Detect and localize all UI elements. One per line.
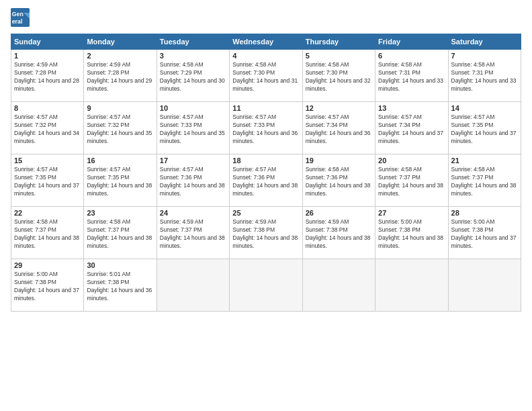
day-info: Sunrise: 4:58 AMSunset: 7:37 PMDaylight:… (14, 218, 81, 250)
day-number: 3 (160, 52, 226, 60)
day-info: Sunrise: 4:57 AMSunset: 7:34 PMDaylight:… (378, 113, 445, 146)
day-info: Sunrise: 4:59 AMSunset: 7:28 PMDaylight:… (87, 61, 153, 93)
empty-cell (157, 259, 229, 312)
header-cell-tuesday: Tuesday (157, 34, 229, 50)
day-cell-18: 18Sunrise: 4:57 AMSunset: 7:36 PMDayligh… (230, 154, 302, 207)
day-info: Sunrise: 4:57 AMSunset: 7:33 PMDaylight:… (160, 113, 226, 146)
empty-cell (230, 259, 302, 312)
day-info: Sunrise: 4:57 AMSunset: 7:35 PMDaylight:… (14, 166, 81, 198)
day-number: 4 (232, 52, 299, 60)
day-number: 19 (306, 156, 372, 165)
day-info: Sunrise: 5:00 AMSunset: 7:38 PMDaylight:… (14, 271, 81, 303)
day-number: 11 (232, 104, 299, 112)
day-cell-2: 2Sunrise: 4:59 AMSunset: 7:28 PMDaylight… (84, 50, 157, 102)
day-number: 27 (378, 209, 445, 217)
day-info: Sunrise: 4:58 AMSunset: 7:30 PMDaylight:… (232, 61, 299, 93)
day-info: Sunrise: 4:57 AMSunset: 7:33 PMDaylight:… (232, 113, 299, 146)
day-cell-7: 7Sunrise: 4:58 AMSunset: 7:31 PMDaylight… (448, 50, 521, 102)
day-cell-1: 1Sunrise: 4:59 AMSunset: 7:28 PMDaylight… (11, 50, 84, 102)
day-number: 18 (232, 156, 299, 165)
day-cell-26: 26Sunrise: 4:59 AMSunset: 7:38 PMDayligh… (302, 207, 375, 259)
day-number: 23 (87, 209, 153, 217)
day-info: Sunrise: 4:58 AMSunset: 7:36 PMDaylight:… (306, 166, 372, 198)
day-number: 1 (14, 52, 81, 60)
day-number: 22 (14, 209, 81, 217)
day-number: 24 (160, 209, 226, 217)
day-info: Sunrise: 4:57 AMSunset: 7:32 PMDaylight:… (14, 113, 81, 146)
day-cell-5: 5Sunrise: 4:58 AMSunset: 7:30 PMDaylight… (302, 50, 375, 102)
day-number: 26 (306, 209, 372, 217)
day-number: 30 (87, 261, 153, 269)
day-number: 15 (14, 156, 81, 165)
day-info: Sunrise: 4:58 AMSunset: 7:29 PMDaylight:… (160, 61, 226, 93)
day-number: 20 (378, 156, 445, 165)
svg-text:eral: eral (12, 18, 23, 25)
day-cell-28: 28Sunrise: 5:00 AMSunset: 7:38 PMDayligh… (448, 207, 521, 259)
day-cell-12: 12Sunrise: 4:57 AMSunset: 7:34 PMDayligh… (302, 102, 375, 154)
day-number: 25 (232, 209, 299, 217)
day-cell-4: 4Sunrise: 4:58 AMSunset: 7:30 PMDaylight… (230, 50, 302, 102)
week-row-4: 22Sunrise: 4:58 AMSunset: 7:37 PMDayligh… (11, 207, 521, 259)
day-cell-25: 25Sunrise: 4:59 AMSunset: 7:38 PMDayligh… (230, 207, 302, 259)
day-info: Sunrise: 4:57 AMSunset: 7:34 PMDaylight:… (306, 113, 372, 146)
header-cell-saturday: Saturday (448, 34, 521, 50)
week-row-1: 1Sunrise: 4:59 AMSunset: 7:28 PMDaylight… (11, 50, 521, 102)
week-row-2: 8Sunrise: 4:57 AMSunset: 7:32 PMDaylight… (11, 102, 521, 154)
day-cell-10: 10Sunrise: 4:57 AMSunset: 7:33 PMDayligh… (157, 102, 229, 154)
header-cell-sunday: Sunday (11, 34, 84, 50)
day-number: 8 (14, 104, 81, 112)
day-cell-20: 20Sunrise: 4:58 AMSunset: 7:37 PMDayligh… (375, 154, 448, 207)
day-cell-19: 19Sunrise: 4:58 AMSunset: 7:36 PMDayligh… (302, 154, 375, 207)
day-info: Sunrise: 4:59 AMSunset: 7:38 PMDaylight:… (306, 218, 372, 250)
day-info: Sunrise: 4:59 AMSunset: 7:37 PMDaylight:… (160, 218, 226, 250)
header-cell-friday: Friday (375, 34, 448, 50)
day-number: 9 (87, 104, 153, 112)
svg-text:Gen: Gen (12, 11, 24, 17)
week-row-5: 29Sunrise: 5:00 AMSunset: 7:38 PMDayligh… (11, 259, 521, 312)
day-cell-9: 9Sunrise: 4:57 AMSunset: 7:32 PMDaylight… (84, 102, 157, 154)
day-number: 10 (160, 104, 226, 112)
day-number: 29 (14, 261, 81, 269)
day-info: Sunrise: 4:59 AMSunset: 7:38 PMDaylight:… (232, 218, 299, 250)
day-number: 2 (87, 52, 153, 60)
empty-cell (375, 259, 448, 312)
calendar-header: SundayMondayTuesdayWednesdayThursdayFrid… (11, 34, 521, 50)
day-cell-3: 3Sunrise: 4:58 AMSunset: 7:29 PMDaylight… (157, 50, 229, 102)
day-info: Sunrise: 4:58 AMSunset: 7:31 PMDaylight:… (378, 61, 445, 93)
day-info: Sunrise: 4:59 AMSunset: 7:28 PMDaylight:… (14, 61, 81, 93)
day-number: 21 (451, 156, 518, 165)
page-container: Gen eral SundayMondayTuesdayWednesdayThu… (0, 0, 532, 411)
empty-cell (448, 259, 521, 312)
logo-icon: Gen eral (11, 8, 30, 27)
header-cell-wednesday: Wednesday (230, 34, 302, 50)
day-cell-27: 27Sunrise: 5:00 AMSunset: 7:38 PMDayligh… (375, 207, 448, 259)
day-number: 28 (451, 209, 518, 217)
day-info: Sunrise: 4:58 AMSunset: 7:30 PMDaylight:… (306, 61, 372, 93)
day-cell-6: 6Sunrise: 4:58 AMSunset: 7:31 PMDaylight… (375, 50, 448, 102)
day-cell-21: 21Sunrise: 4:58 AMSunset: 7:37 PMDayligh… (448, 154, 521, 207)
day-cell-13: 13Sunrise: 4:57 AMSunset: 7:34 PMDayligh… (375, 102, 448, 154)
header-cell-monday: Monday (84, 34, 157, 50)
day-number: 16 (87, 156, 153, 165)
day-number: 17 (160, 156, 226, 165)
day-info: Sunrise: 4:58 AMSunset: 7:37 PMDaylight:… (378, 166, 445, 198)
day-cell-11: 11Sunrise: 4:57 AMSunset: 7:33 PMDayligh… (230, 102, 302, 154)
day-number: 13 (378, 104, 445, 112)
day-number: 6 (378, 52, 445, 60)
day-cell-15: 15Sunrise: 4:57 AMSunset: 7:35 PMDayligh… (11, 154, 84, 207)
day-cell-24: 24Sunrise: 4:59 AMSunset: 7:37 PMDayligh… (157, 207, 229, 259)
day-info: Sunrise: 5:00 AMSunset: 7:38 PMDaylight:… (378, 218, 445, 250)
header-row: SundayMondayTuesdayWednesdayThursdayFrid… (11, 34, 521, 50)
day-cell-17: 17Sunrise: 4:57 AMSunset: 7:36 PMDayligh… (157, 154, 229, 207)
day-info: Sunrise: 5:01 AMSunset: 7:38 PMDaylight:… (87, 271, 153, 303)
calendar-table: SundayMondayTuesdayWednesdayThursdayFrid… (11, 34, 521, 312)
header: Gen eral (11, 8, 521, 27)
day-info: Sunrise: 4:58 AMSunset: 7:37 PMDaylight:… (451, 166, 518, 198)
day-cell-16: 16Sunrise: 4:57 AMSunset: 7:35 PMDayligh… (84, 154, 157, 207)
day-cell-29: 29Sunrise: 5:00 AMSunset: 7:38 PMDayligh… (11, 259, 84, 312)
empty-cell (302, 259, 375, 312)
day-info: Sunrise: 5:00 AMSunset: 7:38 PMDaylight:… (451, 218, 518, 250)
day-cell-14: 14Sunrise: 4:57 AMSunset: 7:35 PMDayligh… (448, 102, 521, 154)
day-cell-8: 8Sunrise: 4:57 AMSunset: 7:32 PMDaylight… (11, 102, 84, 154)
day-number: 12 (306, 104, 372, 112)
